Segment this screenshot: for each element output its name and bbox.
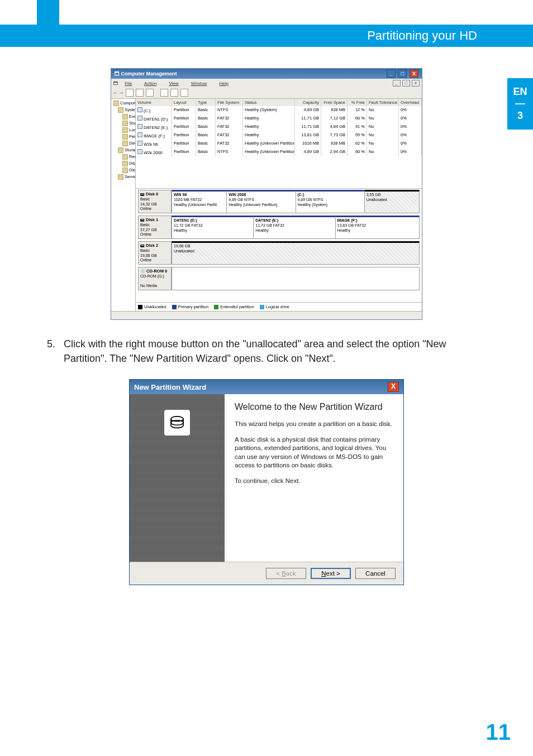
partition[interactable]: (C:)4,89 GB NTFSHealthy (System) <box>296 190 365 213</box>
disk-row[interactable]: 🖴 Disk 2Basic19,08 GBOnline19,08 GBUnall… <box>138 241 420 265</box>
wizard-title: New Partition Wizard <box>134 383 206 391</box>
lang-label: EN <box>507 86 533 98</box>
maximize-icon[interactable]: □ <box>398 70 407 78</box>
close-icon[interactable]: X <box>388 382 399 392</box>
partition[interactable]: IMAGE (F:)13,83 GB FAT32Healthy <box>336 216 420 239</box>
legend-swatch-primary <box>172 305 177 309</box>
toolbar-icon[interactable] <box>126 89 134 97</box>
table-row[interactable]: DATEN1 (D:)PartitionBasicFAT32Healthy11,… <box>136 114 422 123</box>
tree-item: Device Manager <box>113 140 133 147</box>
chapter-number: 3 <box>507 110 533 122</box>
menu-action[interactable]: Action <box>144 81 162 86</box>
page-title: Partitioning your HD <box>367 28 477 43</box>
legend: Unallocated Primary partition Extended p… <box>136 302 422 311</box>
table-header[interactable]: Volume Layout Type File System Status Ca… <box>136 99 422 106</box>
disk-label: 🖴 Disk 0Basic14,32 GBOnline <box>138 190 172 213</box>
cdrom-space <box>172 267 420 290</box>
tree-item: Services and Applications <box>113 174 133 180</box>
page-number: 11 <box>486 720 511 745</box>
tree-root: Computer Management (Local) <box>113 100 133 107</box>
menu-window[interactable]: Window <box>191 81 212 86</box>
partition-unallocated[interactable]: 19,08 GBUnallocated <box>172 241 420 265</box>
legend-swatch-unallocated <box>138 305 142 309</box>
close-icon[interactable]: X <box>410 70 418 78</box>
wizard-sidebar <box>130 394 225 562</box>
tree-item: Local Users and Groups <box>113 127 133 133</box>
app-icon: 🗔 <box>115 71 120 76</box>
toolbar-icon[interactable] <box>146 89 154 97</box>
mdi-min-icon[interactable]: _ <box>393 80 401 87</box>
mdi-close-icon[interactable]: x <box>412 80 420 87</box>
tree-item: System Tools <box>113 107 133 113</box>
tree-item: Disk Defragmenter <box>113 160 133 167</box>
step-text: Click with the right mouse button on the… <box>64 337 486 366</box>
disk-label: 🖴 Disk 1Basic37,27 GBOnline <box>138 216 172 239</box>
wizard-titlebar[interactable]: New Partition Wizard X <box>130 380 403 394</box>
table-row[interactable]: IMAGE (F:)PartitionBasicFAT32Healthy13,8… <box>136 131 422 140</box>
side-tab: EN 3 <box>507 78 533 130</box>
status-bar <box>111 311 422 319</box>
menu-file[interactable]: File <box>125 81 137 86</box>
partition[interactable]: DATEN2 (E:)11,72 GB FAT32Healthy <box>254 216 335 239</box>
tree-item: Removable Storage <box>113 154 133 160</box>
toolbar-icon[interactable] <box>136 89 144 97</box>
toolbar-icon[interactable] <box>170 89 178 97</box>
cdrom-label: 💿 CD-ROM 0CD-ROM (G:)No Media <box>138 267 172 290</box>
cdrom-row[interactable]: 💿 CD-ROM 0CD-ROM (G:)No Media <box>138 267 420 290</box>
tree-item: Performance Logs and Alerts <box>113 133 133 140</box>
side-divider <box>515 103 525 104</box>
minimize-icon[interactable]: _ <box>387 70 396 78</box>
wizard-button-row: < Back Next > Cancel <box>130 562 403 585</box>
partition[interactable]: WIN 981020 MB FAT32Healthy (Unknown Part… <box>172 190 227 213</box>
partition[interactable]: WIN 20004,89 GB NTFSHealthy (Unknown Par… <box>227 190 296 213</box>
legend-swatch-logical <box>260 305 264 309</box>
step-number: 5. <box>47 337 64 366</box>
tree-item: Disk Management <box>113 167 133 174</box>
tree-item: Event Viewer <box>113 113 133 120</box>
menu-view[interactable]: View <box>169 81 184 86</box>
menu-bar: 🗔 File Action View Window Help _ □ x <box>111 79 422 88</box>
wizard-p3: To continue, click Next. <box>235 477 393 486</box>
wizard-p2: A basic disk is a physical disk that con… <box>235 436 393 470</box>
wizard-p1: This wizard helps you create a partition… <box>235 420 393 429</box>
table-row[interactable]: (C:)PartitionBasicNTFSHealthy (System)4,… <box>136 106 422 114</box>
disk-icon <box>164 410 190 436</box>
window-title: Computer Management <box>121 71 177 76</box>
nav-back-icon[interactable]: ⇐ <box>113 90 117 95</box>
toolbar-icon[interactable] <box>160 89 168 97</box>
disk-row[interactable]: 🖴 Disk 0Basic14,32 GBOnlineWIN 981020 MB… <box>138 190 420 213</box>
disk-label: 🖴 Disk 2Basic19,08 GBOnline <box>138 241 172 265</box>
instruction-step: 5. Click with the right mouse button on … <box>47 337 486 366</box>
tree-item: Shared Folders <box>113 120 133 127</box>
disk-row[interactable]: 🖴 Disk 1Basic37,27 GBOnlineDATEN1 (D:)11… <box>138 216 420 239</box>
menu-help[interactable]: Help <box>220 81 234 86</box>
window-titlebar[interactable]: 🗔 Computer Management _ □ X <box>111 69 422 79</box>
back-button: < Back <box>266 568 306 579</box>
toolbar: ⇐ ⇒ <box>111 88 422 99</box>
tree-item: Storage <box>113 147 133 154</box>
toolbar-icon[interactable] <box>180 89 188 97</box>
computer-management-window: 🗔 Computer Management _ □ X 🗔 File Actio… <box>111 68 422 320</box>
next-button[interactable]: Next > <box>311 568 351 579</box>
table-body[interactable]: (C:)PartitionBasicNTFSHealthy (System)4,… <box>136 106 422 156</box>
table-row[interactable]: DATEN2 (E:)PartitionBasicFAT32Healthy11,… <box>136 123 422 131</box>
disk-graphical-view[interactable]: 🖴 Disk 0Basic14,32 GBOnlineWIN 981020 MB… <box>136 189 422 302</box>
app-small-icon: 🗔 <box>113 81 118 86</box>
table-row[interactable]: W2k 98PartitionBasicFAT32Healthy (Unknow… <box>136 140 422 148</box>
wizard-window: New Partition Wizard X Welcome to the Ne… <box>129 379 404 585</box>
cancel-button[interactable]: Cancel <box>355 568 396 579</box>
volume-table: Volume Layout Type File System Status Ca… <box>136 99 422 189</box>
wizard-content: Welcome to the New Partition Wizard This… <box>225 394 403 562</box>
legend-swatch-extended <box>214 305 218 309</box>
partition-unallocated[interactable]: 3,55 GBUnallocated <box>365 190 420 213</box>
page-header: Partitioning your HD <box>0 25 533 47</box>
partition[interactable]: DATEN1 (D:)11,72 GB FAT32Healthy <box>172 216 254 239</box>
window-controls: _ □ X <box>386 70 418 78</box>
tree-panel[interactable]: Computer Management (Local) System Tools… <box>111 99 136 311</box>
wizard-heading: Welcome to the New Partition Wizard <box>235 402 393 412</box>
nav-fwd-icon[interactable]: ⇒ <box>120 90 123 95</box>
mdi-restore-icon[interactable]: □ <box>402 80 410 87</box>
table-row[interactable]: W2k 2000PartitionBasicNTFSHealthy (Unkno… <box>136 148 422 156</box>
